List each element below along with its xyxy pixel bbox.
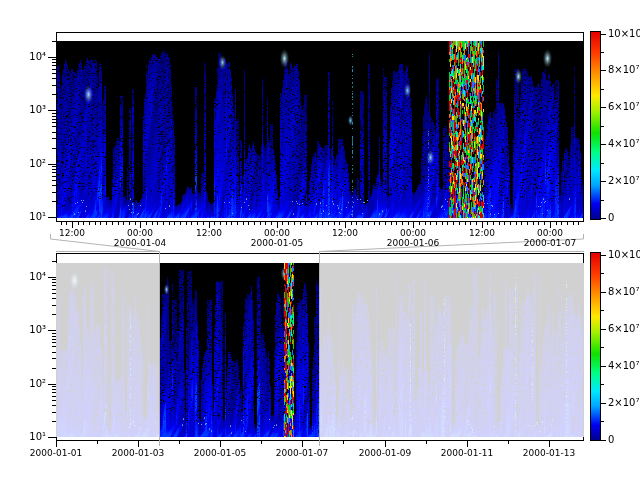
overview-panel-colorbar: [590, 252, 601, 441]
x-minor-tick: [66, 222, 67, 225]
x-minor-tick: [356, 222, 357, 225]
colorbar-major-tick: [601, 70, 606, 71]
y-major-tick: [48, 57, 56, 58]
y-minor-tick: [52, 169, 56, 170]
x-minor-tick: [294, 222, 295, 225]
x-minor-tick: [197, 222, 198, 225]
y-minor-tick: [52, 113, 56, 114]
x-minor-tick: [106, 222, 107, 225]
selection-left-handle[interactable]: [159, 251, 160, 446]
y-minor-tick: [52, 119, 56, 120]
x-minor-tick: [174, 222, 175, 225]
y-minor-tick: [52, 392, 56, 393]
colorbar-major-tick: [601, 107, 606, 108]
y-minor-tick: [52, 116, 56, 117]
x-minor-tick: [328, 222, 329, 225]
y-minor-tick: [52, 192, 56, 193]
y-tick-label: 10¹: [12, 431, 46, 443]
x-tick-label: 12:00: [59, 228, 85, 239]
x-minor-tick: [203, 222, 204, 225]
y-major-tick: [48, 330, 56, 331]
x-minor-tick: [282, 222, 283, 225]
colorbar-label: 6×10⁷: [608, 323, 639, 335]
selection-right-handle[interactable]: [319, 251, 320, 446]
y-minor-tick: [52, 333, 56, 334]
colorbar-minor-tick: [601, 384, 604, 385]
x-minor-tick: [385, 222, 386, 225]
x-minor-tick: [504, 222, 505, 225]
x-minor-tick: [311, 222, 312, 225]
x-minor-tick: [453, 222, 454, 225]
colorbar-minor-tick: [601, 273, 604, 274]
colorbar-label: 2×10⁷: [608, 175, 639, 187]
colorbar-minor-tick: [601, 52, 604, 53]
x-minor-tick: [436, 222, 437, 225]
y-minor-tick: [52, 358, 56, 359]
y-minor-tick: [52, 176, 56, 177]
y-major-tick: [48, 110, 56, 111]
spectrogram-figure: 12:0000:002000-01-0412:0000:002000-01-05…: [0, 0, 640, 480]
x-minor-tick: [180, 222, 181, 225]
x-minor-tick: [442, 222, 443, 225]
x-major-tick: [138, 441, 139, 447]
x-minor-tick: [379, 222, 380, 225]
x-minor-tick: [260, 222, 261, 225]
x-minor-tick: [152, 222, 153, 225]
x-minor-tick: [391, 222, 392, 225]
x-minor-tick: [231, 222, 232, 225]
colorbar-major-tick: [601, 181, 606, 182]
x-minor-tick: [186, 222, 187, 225]
zoom-panel-colorbar: [590, 31, 601, 220]
y-minor-tick: [52, 346, 56, 347]
x-minor-tick: [508, 441, 509, 444]
y-minor-tick: [52, 78, 56, 79]
x-minor-tick: [214, 222, 215, 225]
x-minor-tick: [419, 222, 420, 225]
x-minor-tick: [305, 222, 306, 225]
colorbar-major-tick: [601, 34, 606, 35]
x-minor-tick: [533, 222, 534, 225]
colorbar-minor-tick: [601, 163, 604, 164]
x-minor-tick: [248, 222, 249, 225]
x-minor-tick: [425, 222, 426, 225]
date-label: 2000-01-04: [114, 238, 166, 249]
x-minor-tick: [135, 222, 136, 225]
y-minor-tick: [52, 314, 56, 315]
y-minor-tick: [52, 180, 56, 181]
date-label: 2000-01-13: [523, 448, 575, 459]
zoom-panel-plot-area[interactable]: [56, 41, 584, 218]
x-minor-tick: [78, 222, 79, 225]
x-minor-tick: [339, 222, 340, 225]
y-tick-label: 10⁴: [12, 271, 46, 283]
colorbar-label: 8×10⁷: [608, 286, 639, 298]
y-minor-tick: [52, 138, 56, 139]
y-major-tick: [48, 437, 56, 438]
y-minor-tick: [52, 73, 56, 74]
x-minor-tick: [300, 222, 301, 225]
x-minor-tick: [527, 222, 528, 225]
x-minor-tick: [465, 222, 466, 225]
x-major-tick: [549, 441, 550, 447]
colorbar-major-tick: [601, 366, 606, 367]
colorbar-major-tick: [601, 144, 606, 145]
x-minor-tick: [510, 222, 511, 225]
y-minor-tick: [52, 132, 56, 133]
y-minor-tick: [52, 396, 56, 397]
y-minor-tick: [52, 122, 56, 123]
y-minor-tick: [52, 368, 56, 369]
x-minor-tick: [374, 222, 375, 225]
y-tick-label: 10²: [12, 378, 46, 390]
date-label: 2000-01-05: [251, 238, 303, 249]
y-minor-tick: [52, 148, 56, 149]
y-minor-tick: [52, 172, 56, 173]
selection-top-edge-right: [320, 251, 584, 252]
colorbar-label: 8×10⁷: [608, 64, 639, 76]
x-minor-tick: [516, 222, 517, 225]
y-minor-tick: [52, 94, 56, 95]
x-minor-tick: [351, 222, 352, 225]
date-label: 2000-01-03: [112, 448, 164, 459]
colorbar-label: 2×10⁷: [608, 397, 639, 409]
y-minor-tick: [52, 285, 56, 286]
y-minor-tick: [52, 339, 56, 340]
colorbar-label: 10×10⁷: [608, 249, 640, 261]
